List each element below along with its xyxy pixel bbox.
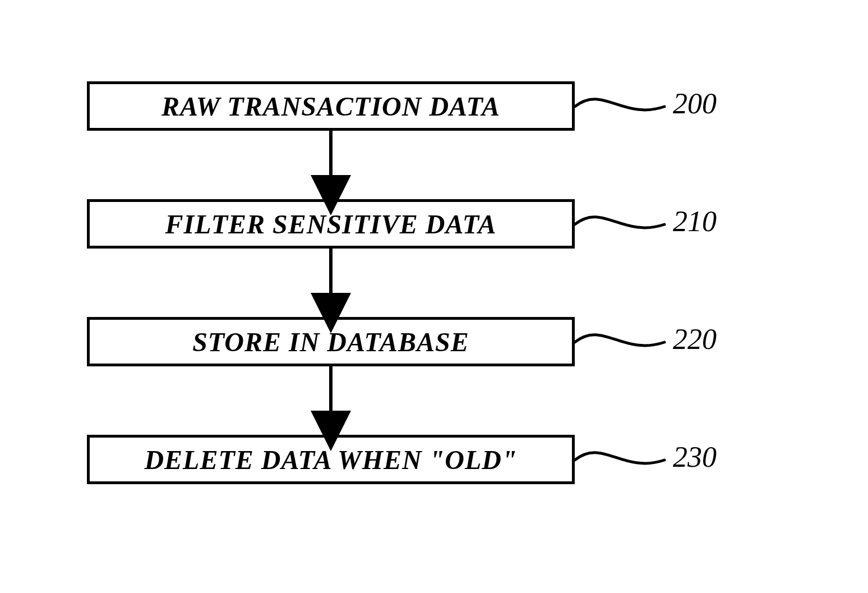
ref-label-210: 210 [673, 205, 717, 238]
leader-210 [575, 217, 664, 228]
step-label: FILTER SENSITIVE DATA [165, 209, 497, 240]
step-label: RAW TRANSACTION DATA [161, 91, 500, 122]
ref-label-200: 200 [673, 87, 717, 120]
step-box-store-in-database: STORE IN DATABASE [87, 317, 575, 366]
step-label: STORE IN DATABASE [192, 327, 469, 357]
ref-label-230: 230 [673, 440, 717, 474]
step-box-delete-data-when-old: DELETE DATA WHEN "OLD" [87, 435, 575, 484]
flowchart-canvas: RAW TRANSACTION DATA FILTER SENSITIVE DA… [0, 0, 868, 593]
step-box-raw-transaction-data: RAW TRANSACTION DATA [87, 81, 575, 131]
leader-200 [575, 99, 664, 110]
ref-label-220: 220 [673, 323, 717, 356]
leader-230 [575, 453, 664, 463]
step-box-filter-sensitive-data: FILTER SENSITIVE DATA [87, 199, 575, 249]
leader-lines [575, 99, 664, 463]
step-label: DELETE DATA WHEN "OLD" [144, 444, 517, 475]
leader-220 [575, 335, 664, 346]
